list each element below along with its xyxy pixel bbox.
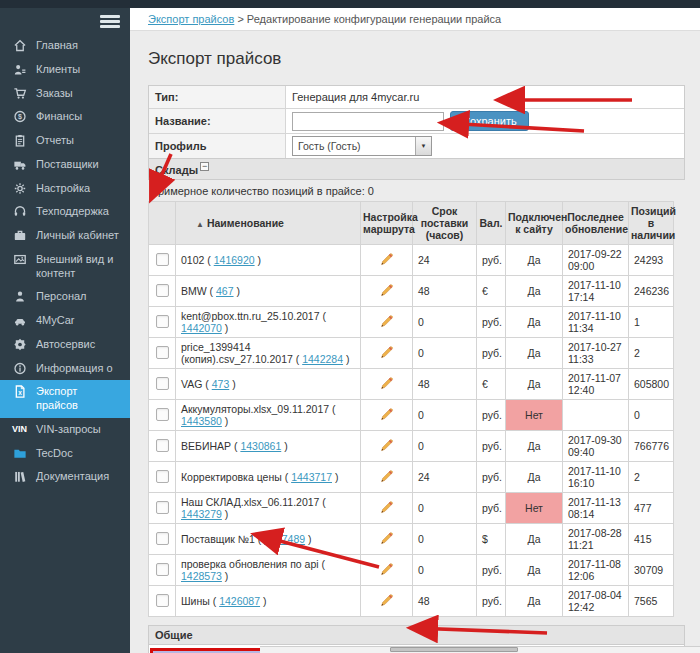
warehouses-section-header[interactable]: Склады− [148, 159, 685, 180]
file-export-icon: x [12, 385, 27, 398]
edit-route-pencil-icon[interactable] [380, 345, 394, 359]
currency-cell: руб. [477, 337, 506, 368]
price-export-config-page: ГлавнаяКлиентыЗаказы$ФинансыОтчетыПостав… [0, 0, 700, 653]
row-checkbox[interactable] [156, 563, 169, 576]
warehouse-id-link[interactable]: 1442284 [302, 353, 343, 365]
edit-route-pencil-icon[interactable] [380, 376, 394, 390]
page-title: Экспорт прайсов [148, 49, 685, 69]
sidebar-item-7[interactable]: Настройка [0, 177, 130, 201]
currency-cell: руб. [477, 399, 506, 430]
sidebar-item-2[interactable]: Клиенты [0, 58, 130, 82]
edit-route-pencil-icon[interactable] [380, 500, 394, 514]
sidebar-item-12[interactable]: 4MyCar [0, 309, 130, 333]
warehouse-id-link[interactable]: 1443717 [291, 471, 332, 483]
warehouse-name-cell: ВЕБИНАР ( 1430861 ) [176, 430, 361, 461]
delivery-hours-cell: 48 [413, 585, 477, 616]
sidebar-item-4[interactable]: $Финансы [0, 105, 130, 129]
row-checkbox[interactable] [156, 284, 169, 297]
column-header-4: Вал. [477, 201, 506, 244]
briefcase-icon [12, 229, 27, 242]
sidebar-item-18[interactable]: Документация [0, 465, 130, 489]
sidebar-item-8[interactable]: Техподдержка [0, 200, 130, 224]
warehouse-id-link[interactable]: 467 [216, 285, 234, 297]
warehouse-id-link[interactable]: 1416920 [214, 254, 255, 266]
delivery-hours-cell: 24 [413, 461, 477, 492]
badge-icon [12, 338, 27, 351]
connected-cell: Да [506, 554, 563, 585]
row-checkbox[interactable] [156, 501, 169, 514]
edit-route-pencil-icon[interactable] [380, 469, 394, 483]
sidebar-nav: ГлавнаяКлиентыЗаказы$ФинансыОтчетыПостав… [0, 34, 130, 489]
row-checkbox[interactable] [156, 377, 169, 390]
column-header-5: Подключен к сайту [506, 201, 563, 244]
breadcrumb-link[interactable]: Экспорт прайсов [148, 13, 234, 25]
reports-icon [12, 134, 27, 147]
scrollbar-thumb[interactable] [390, 647, 518, 652]
row-checkbox[interactable] [156, 315, 169, 328]
save-button[interactable]: Сохранить [450, 111, 529, 131]
edit-route-pencil-icon[interactable] [380, 252, 394, 266]
last-update-cell: 2017-11-13 08:14 [563, 492, 629, 523]
sidebar-item-1[interactable]: Главная [0, 34, 130, 58]
sidebar-item-11[interactable]: Персонал [0, 285, 130, 309]
edit-route-pencil-icon[interactable] [380, 407, 394, 421]
sidebar-item-3[interactable]: Заказы [0, 82, 130, 106]
warehouse-id-link[interactable]: 1426087 [219, 595, 260, 607]
connected-cell: Да [506, 368, 563, 399]
sidebar-item-10[interactable]: Внешний вид и контент [0, 248, 130, 286]
sidebar-item-6[interactable]: Поставщики [0, 153, 130, 177]
row-checkbox[interactable] [156, 439, 169, 452]
table-row: BMW ( 467 )48€Да2017-11-10 17:14246236 [149, 275, 674, 306]
warehouse-id-link[interactable]: 1443580 [181, 415, 222, 427]
last-update-cell: 2017-09-30 09:40 [563, 430, 629, 461]
horizontal-scrollbar[interactable] [260, 646, 700, 653]
collapse-icon[interactable]: − [200, 162, 209, 171]
column-header-3: Срок поставки (часов) [413, 201, 477, 244]
warehouse-name-cell: 0102 ( 1416920 ) [176, 244, 361, 275]
delivery-hours-cell: 0 [413, 306, 477, 337]
warehouse-id-link[interactable]: 1430861 [240, 440, 281, 452]
table-row: Аккумуляторы.xlsx_09.11.2017 ( 1443580 )… [149, 399, 674, 430]
last-update-cell: 2017-11-10 17:14 [563, 275, 629, 306]
sidebar-item-5[interactable]: Отчеты [0, 129, 130, 153]
warehouse-id-link[interactable]: 1442070 [181, 322, 222, 334]
name-label: Название: [149, 109, 286, 133]
info-icon [12, 362, 27, 375]
edit-route-pencil-icon[interactable] [380, 283, 394, 297]
warehouse-id-link[interactable]: 473 [212, 378, 230, 390]
sidebar-item-9[interactable]: Личный кабинет [0, 224, 130, 248]
edit-route-pencil-icon[interactable] [380, 593, 394, 607]
warehouse-id-link[interactable]: 1443279 [181, 508, 222, 520]
stock-count-cell: 30709 [629, 554, 674, 585]
edit-route-pencil-icon[interactable] [380, 531, 394, 545]
edit-route-pencil-icon[interactable] [380, 438, 394, 452]
row-checkbox[interactable] [156, 346, 169, 359]
warehouse-id-link[interactable]: 1428573 [181, 570, 222, 582]
edit-route-pencil-icon[interactable] [380, 314, 394, 328]
sidebar-item-17[interactable]: TecDoc [0, 442, 130, 466]
clients-icon [12, 63, 27, 76]
stock-count-cell: 24293 [629, 244, 674, 275]
last-update-cell: 2017-11-08 12:06 [563, 554, 629, 585]
sidebar-item-15[interactable]: xЭкспорт прайсов [0, 380, 130, 418]
sort-asc-icon: ▲ [196, 220, 204, 229]
name-input[interactable] [292, 112, 444, 131]
column-header-1[interactable]: ▲Наименование [176, 201, 361, 244]
sidebar-item-14[interactable]: Информация о [0, 357, 130, 381]
row-checkbox[interactable] [156, 470, 169, 483]
currency-cell: руб. [477, 585, 506, 616]
row-checkbox[interactable] [156, 408, 169, 421]
row-checkbox[interactable] [156, 253, 169, 266]
edit-route-pencil-icon[interactable] [380, 562, 394, 576]
row-checkbox[interactable] [156, 594, 169, 607]
profile-select[interactable]: Гость (Гость) ▼ [292, 136, 432, 156]
currency-cell: руб. [477, 244, 506, 275]
sidebar-item-16[interactable]: VINVIN-запросы [0, 418, 130, 442]
table-row: Корректировка цены ( 1443717 )24руб.Да20… [149, 461, 674, 492]
hamburger-menu-icon[interactable] [100, 13, 120, 29]
warehouse-name-cell: price_1399414 (копия).csv_27.10.2017 ( 1… [176, 337, 361, 368]
sidebar-item-13[interactable]: Автосервис [0, 333, 130, 357]
row-checkbox[interactable] [156, 532, 169, 545]
warehouse-id-link[interactable]: 1387489 [264, 533, 305, 545]
content: Экспорт прайсов Тип: Генерация для 4myca… [130, 31, 700, 653]
